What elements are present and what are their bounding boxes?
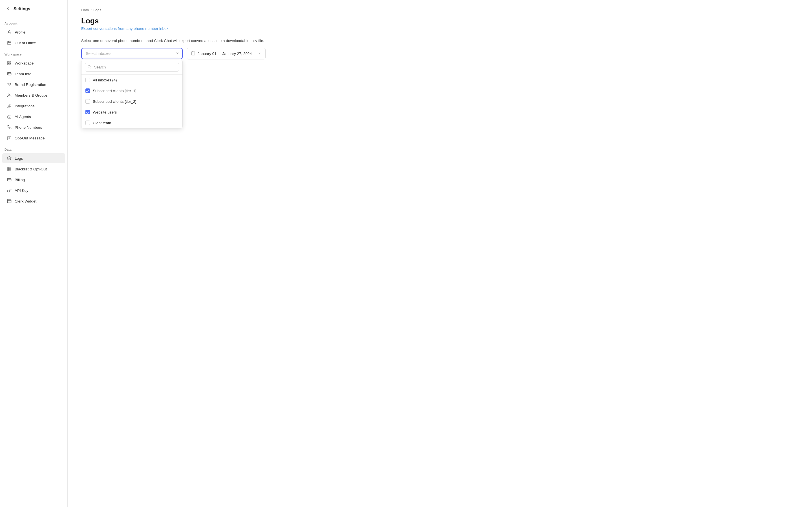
svg-point-0 (8, 31, 10, 32)
broadcast-icon (7, 82, 12, 87)
breadcrumb-separator: / (91, 8, 92, 12)
brand-registration-label: Brand Registration (15, 82, 46, 87)
svg-rect-32 (7, 200, 11, 203)
checkbox-website[interactable] (86, 110, 90, 114)
dropdown-item-website[interactable]: Website users (82, 107, 183, 117)
select-inboxes-wrapper: Select inboxes All in (81, 48, 183, 59)
select-inboxes-trigger[interactable]: Select inboxes (81, 48, 183, 59)
phone-icon (7, 125, 12, 130)
checkbox-clerk[interactable] (86, 121, 90, 125)
team-info-label: Team Info (15, 72, 31, 76)
blacklist-label: Blacklist & Opt-Out (15, 167, 47, 171)
members-groups-label: Members & Groups (15, 93, 48, 98)
workspace-label: Workspace (15, 61, 34, 65)
svg-rect-6 (10, 61, 11, 63)
sidebar-item-billing[interactable]: Billing (2, 175, 65, 185)
controls-row: Select inboxes All in (81, 48, 799, 59)
ai-agents-label: AI Agents (15, 115, 31, 119)
date-picker[interactable]: January 01 — January 27, 2024 (187, 48, 266, 59)
dropdown-item-tier2[interactable]: Subscribed clients [tier_2] (82, 96, 183, 107)
robot-icon (7, 114, 12, 119)
option-all-label: All inboxes (4) (93, 78, 117, 82)
sidebar-item-profile[interactable]: Profile (2, 27, 65, 37)
billing-label: Billing (15, 178, 25, 182)
sidebar-item-ai-agents[interactable]: AI Agents (2, 112, 65, 122)
svg-rect-8 (10, 63, 11, 65)
grid-icon (7, 61, 12, 66)
sidebar-item-api-key[interactable]: API Key (2, 185, 65, 195)
select-placeholder: Select inboxes (86, 51, 111, 56)
page-title: Logs (81, 17, 799, 25)
option-website-label: Website users (93, 110, 117, 114)
api-key-label: API Key (15, 188, 29, 193)
calendar-icon (7, 40, 12, 45)
puzzle-icon (7, 103, 12, 108)
logs-label: Logs (15, 156, 23, 161)
svg-point-31 (7, 190, 9, 192)
option-tier2-label: Subscribed clients [tier_2] (93, 100, 137, 104)
svg-rect-18 (8, 116, 11, 118)
integrations-label: Integrations (15, 104, 35, 108)
dropdown-item-tier1[interactable]: Subscribed clients [tier_1] (82, 86, 183, 96)
dropdown-search-container (82, 60, 183, 75)
layers-icon (7, 156, 12, 161)
dropdown-item-clerk[interactable]: Clerk team (82, 117, 183, 128)
sidebar-item-workspace[interactable]: Workspace (2, 58, 65, 68)
dropdown-panel: All inboxes (4) Subscribed clients [tier… (81, 60, 183, 128)
sidebar-item-opt-out[interactable]: Opt-Out Message (2, 133, 65, 143)
svg-rect-25 (8, 167, 11, 171)
table-icon (7, 166, 12, 172)
section-data-label: Data (0, 144, 67, 153)
search-input[interactable] (85, 63, 179, 71)
date-range-value: January 01 — January 27, 2024 (198, 52, 252, 56)
person-icon (7, 30, 12, 35)
sidebar-item-members-groups[interactable]: Members & Groups (2, 90, 65, 100)
sidebar-header[interactable]: Settings (0, 0, 67, 17)
search-icon (87, 65, 91, 69)
date-picker-chevron-icon (257, 51, 261, 56)
people-icon (7, 93, 12, 98)
profile-label: Profile (15, 30, 26, 34)
widget-icon (7, 199, 12, 204)
svg-point-13 (9, 86, 9, 86)
svg-marker-24 (7, 156, 11, 158)
message-x-icon (7, 135, 12, 140)
sidebar-item-out-of-office[interactable]: Out of Office (2, 38, 65, 48)
sidebar: Settings Account Profile Out of Office W… (0, 0, 68, 507)
section-workspace-label: Workspace (0, 48, 67, 58)
breadcrumb-current: Logs (93, 8, 101, 12)
svg-rect-7 (8, 63, 9, 65)
sidebar-item-team-info[interactable]: Team Info (2, 69, 65, 79)
sidebar-item-clerk-widget[interactable]: Clerk Widget (2, 196, 65, 206)
sidebar-item-blacklist[interactable]: Blacklist & Opt-Out (2, 164, 65, 174)
id-card-icon (7, 71, 12, 76)
opt-out-label: Opt-Out Message (15, 136, 45, 140)
sidebar-item-brand-registration[interactable]: Brand Registration (2, 79, 65, 90)
svg-line-37 (90, 68, 91, 68)
out-of-office-label: Out of Office (15, 41, 36, 45)
checkbox-tier2[interactable] (86, 99, 90, 104)
back-button[interactable] (4, 5, 11, 12)
checkbox-all[interactable] (86, 78, 90, 82)
bill-icon (7, 177, 12, 182)
svg-rect-1 (8, 41, 11, 45)
svg-point-36 (88, 65, 91, 68)
checkbox-tier1[interactable] (86, 89, 90, 93)
sidebar-item-integrations[interactable]: Integrations (2, 101, 65, 111)
option-tier1-label: Subscribed clients [tier_1] (93, 89, 137, 93)
svg-rect-5 (8, 61, 9, 63)
phone-numbers-label: Phone Numbers (15, 125, 42, 129)
main-content: Data / Logs Logs Export conversations fr… (68, 0, 812, 507)
key-icon (7, 188, 12, 193)
svg-point-10 (8, 73, 9, 74)
sidebar-title: Settings (13, 6, 30, 11)
page-subtitle: Export conversations from any phone numb… (81, 26, 799, 31)
svg-rect-29 (7, 178, 11, 181)
page-description: Select one or several phone numbers, and… (81, 39, 799, 43)
calendar-icon (191, 51, 195, 56)
dropdown-item-all[interactable]: All inboxes (4) (82, 75, 183, 86)
section-account-label: Account (0, 17, 67, 27)
breadcrumb-parent[interactable]: Data (81, 8, 89, 12)
sidebar-item-phone-numbers[interactable]: Phone Numbers (2, 122, 65, 132)
sidebar-item-logs[interactable]: Logs (2, 153, 65, 163)
